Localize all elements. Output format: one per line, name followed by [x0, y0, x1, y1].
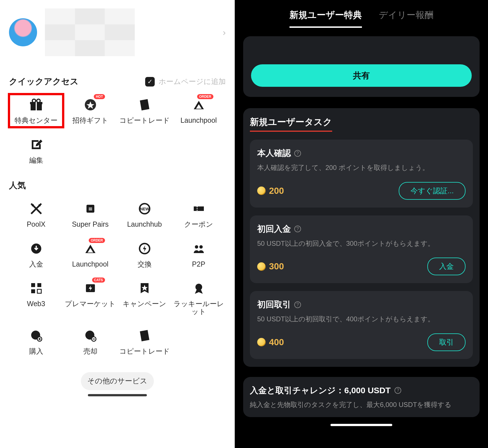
task-points: 200 — [257, 186, 284, 196]
triangle-icon: ORDER — [83, 241, 98, 256]
challenge-desc: 純入金と先物取引のタスクを完了し、最大6,000 USDTを獲得する — [250, 400, 473, 409]
challenge-title: 入金と取引チャレンジ：6,000 USDT — [250, 385, 391, 396]
item-label: Launchhub — [127, 220, 162, 228]
task-title: 本人確認 — [257, 147, 291, 159]
item-label: キャンペーン — [123, 300, 166, 308]
item-label: Super Pairs — [72, 220, 109, 228]
item-label: コピートレード — [119, 117, 170, 124]
popular-item-bolt-ring[interactable]: 交換 — [117, 238, 172, 271]
item-label: P2P — [192, 260, 205, 268]
task-action-button[interactable]: 取引 — [427, 333, 466, 351]
tabs: 新規ユーザー特典 デイリー報酬 — [243, 0, 480, 33]
popular-item-book[interactable]: コピートレード — [117, 325, 172, 358]
tab-new-user-rewards[interactable]: 新規ユーザー特典 — [289, 9, 362, 28]
swap-card-icon — [83, 201, 98, 217]
popular-item-people[interactable]: P2P — [172, 238, 226, 271]
item-label: 編集 — [29, 156, 43, 164]
popular-item-new-ring[interactable]: Launchhub — [117, 198, 172, 231]
new-ring-icon — [137, 201, 152, 217]
tab-daily-rewards[interactable]: デイリー報酬 — [379, 9, 434, 28]
add-to-home-toggle[interactable]: ✓ ホームページに追加 — [145, 77, 226, 87]
help-icon[interactable]: ? — [294, 301, 301, 308]
item-label: 入金 — [29, 260, 43, 268]
book-icon — [137, 97, 152, 113]
circle-dl-icon — [28, 241, 44, 256]
item-label: 招待ギフト — [72, 117, 108, 124]
popular-item-squares[interactable]: Web3 — [9, 278, 63, 318]
coin-icon — [257, 338, 266, 346]
popular-item-circle-dl[interactable]: 入金 — [9, 238, 63, 271]
squares-icon — [28, 280, 44, 296]
item-label: PoolX — [27, 220, 45, 228]
popular-item-bolt-card[interactable]: CATSプレマーケット — [63, 278, 117, 318]
quick-item-gift[interactable]: 特典センター — [9, 94, 63, 127]
item-label: ラッキールーレット — [172, 300, 226, 315]
quick-item-edit[interactable]: 編集 — [9, 134, 63, 167]
popular-item-axes[interactable]: PoolX — [9, 198, 63, 231]
more-services-button[interactable]: その他のサービス — [81, 372, 154, 390]
item-label: クーポン — [184, 220, 213, 228]
home-indicator — [88, 394, 147, 396]
profile-row[interactable]: › — [9, 6, 226, 67]
popular-item-ticket[interactable]: クーポン — [172, 198, 226, 231]
task-action-button[interactable]: 今すぐ認証... — [399, 182, 466, 200]
item-label: プレマーケット — [65, 300, 116, 308]
popular-item-coin-plus[interactable]: 購入 — [9, 325, 63, 358]
quick-item-star-badge[interactable]: HOT招待ギフト — [63, 94, 117, 127]
add-to-home-label: ホームページに追加 — [159, 77, 226, 87]
bolt-ring-icon — [137, 241, 152, 256]
coin-icon — [257, 187, 266, 195]
gift-icon — [28, 97, 44, 113]
help-icon[interactable]: ? — [394, 387, 401, 394]
popular-title: 人気 — [9, 180, 26, 191]
item-label: 特典センター — [15, 117, 58, 124]
badge: ORDER — [197, 94, 213, 99]
bolt-card-icon: CATS — [83, 280, 98, 296]
people-icon — [191, 241, 207, 256]
ticket-icon — [191, 201, 207, 217]
task-desc: 本人確認を完了して、200 ポイントを取得しましょう。 — [257, 163, 466, 172]
task-card: 本人確認 ? 本人確認を完了して、200 ポイントを取得しましょう。 200 今… — [250, 140, 473, 208]
item-label: Web3 — [27, 300, 45, 308]
new-user-tasks-block: 新規ユーザータスク 本人確認 ? 本人確認を完了して、200 ポイントを取得しま… — [243, 108, 480, 367]
popular-item-medal[interactable]: ラッキールーレット — [172, 278, 226, 318]
book-icon — [137, 328, 152, 344]
item-label: 売却 — [83, 347, 97, 355]
popular-item-triangle[interactable]: ORDERLaunchpool — [63, 238, 117, 271]
coin-minus-icon — [83, 328, 98, 344]
task-desc: 50 USDT以上の初回取引で、400ポイントがもらえます。 — [257, 314, 466, 324]
points-value: 400 — [269, 337, 284, 347]
popular-item-star-flag[interactable]: キャンペーン — [117, 278, 172, 318]
medal-icon — [191, 280, 207, 296]
avatar — [9, 18, 37, 46]
quick-item-book[interactable]: コピートレード — [117, 94, 172, 127]
task-action-button[interactable]: 入金 — [427, 258, 466, 275]
star-flag-icon — [137, 280, 152, 296]
share-card: 共有 — [243, 36, 480, 97]
task-card: 初回入金 ? 50 USDT以上の初回入金で、300ポイントがもらえます。 30… — [250, 215, 473, 283]
popular-item-swap-card[interactable]: Super Pairs — [63, 198, 117, 231]
axes-icon — [28, 201, 44, 217]
task-card: 初回取引 ? 50 USDT以上の初回取引で、400ポイントがもらえます。 40… — [250, 291, 473, 359]
edit-icon — [28, 137, 44, 153]
task-title: 初回入金 — [257, 223, 291, 235]
quick-item-triangle[interactable]: ORDERLaunchpool — [172, 94, 226, 127]
help-icon[interactable]: ? — [294, 226, 301, 232]
task-block-title: 新規ユーザータスク — [250, 116, 332, 132]
task-title: 初回取引 — [257, 299, 291, 310]
item-label: 購入 — [29, 347, 43, 355]
help-icon[interactable]: ? — [294, 150, 301, 157]
profile-name-redacted — [45, 8, 135, 56]
item-label: コピートレード — [119, 347, 170, 355]
coin-icon — [257, 262, 266, 271]
item-label: Launchpool — [72, 260, 108, 268]
item-label: 交換 — [138, 260, 152, 268]
quick-access-title: クイックアクセス — [9, 76, 79, 87]
home-indicator — [330, 424, 392, 426]
share-button[interactable]: 共有 — [251, 64, 472, 87]
popular-item-coin-minus[interactable]: 売却 — [63, 325, 117, 358]
points-value: 200 — [269, 186, 284, 196]
star-badge-icon: HOT — [83, 97, 98, 113]
task-points: 400 — [257, 337, 284, 347]
challenge-block: 入金と取引チャレンジ：6,000 USDT ? 純入金と先物取引のタスクを完了し… — [243, 377, 480, 417]
